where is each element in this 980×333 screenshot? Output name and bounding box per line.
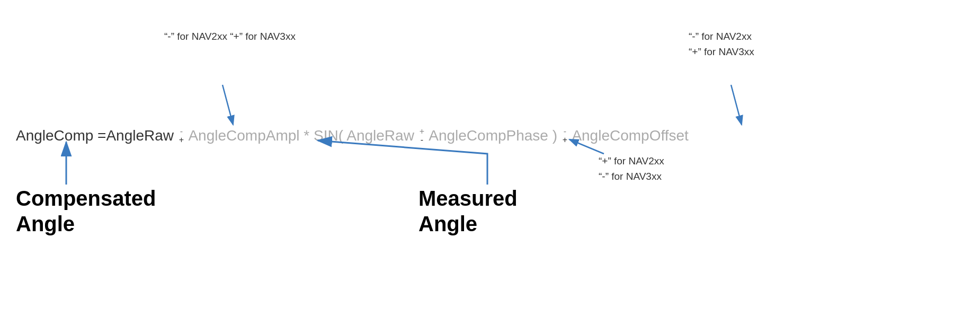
label-compensated-line1: Compensated: [16, 187, 156, 210]
formula-equals-angleraw: =AngleRaw: [93, 127, 178, 144]
formula-op3-bottom: +: [563, 136, 567, 144]
arrow-annotation-top-right-to-op3: [731, 85, 742, 125]
arrow-annotation-top-center-to-op1: [222, 85, 233, 125]
label-measured-angle: Measured Angle: [418, 186, 518, 236]
formula-line: AngleComp =AngleRaw - + AngleCompAmpl * …: [16, 127, 689, 144]
formula-op2-top: +: [420, 127, 424, 136]
annotation-bottom-right: “+” for NAV2xx“-” for NAV3xx: [599, 154, 664, 184]
formula-op1: - +: [179, 127, 184, 144]
annotation-top-center: “-” for NAV2xx “+” for NAV3xx: [164, 29, 296, 45]
annotation-top-right: “-” for NAV2xx“+” for NAV3xx: [689, 29, 754, 59]
formula-op3-top: -: [564, 127, 566, 136]
formula-phase: AngleCompPhase ): [425, 127, 562, 144]
annot-top-right-text: “-” for NAV2xx“+” for NAV3xx: [689, 31, 754, 57]
label-compensated-line2: Angle: [16, 212, 75, 235]
formula-op1-top: -: [180, 127, 183, 136]
label-measured-line2: Angle: [418, 212, 477, 235]
arrow-measured-to-formula: [318, 141, 487, 185]
label-measured-line1: Measured: [418, 187, 518, 210]
formula-offset: AngleCompOffset: [568, 127, 689, 144]
diagram-container: “-” for NAV2xx “+” for NAV3xx “-” for NA…: [0, 0, 980, 333]
annot-top-center-line1: “-” for NAV2xx “+” for NAV3xx: [164, 31, 296, 42]
formula-op3: - +: [563, 127, 567, 144]
arrows-svg: [0, 0, 980, 333]
label-compensated-angle: Compensated Angle: [16, 186, 156, 236]
formula-op2: + -: [420, 127, 424, 144]
formula-anglecomp: AngleComp: [16, 127, 93, 144]
annot-bottom-right-text: “+” for NAV2xx“-” for NAV3xx: [599, 155, 664, 182]
formula-op1-bottom: +: [179, 136, 184, 144]
formula-ampl-sin: AngleCompAmpl * SIN( AngleRaw: [185, 127, 418, 144]
formula-op2-bottom: -: [421, 136, 423, 144]
